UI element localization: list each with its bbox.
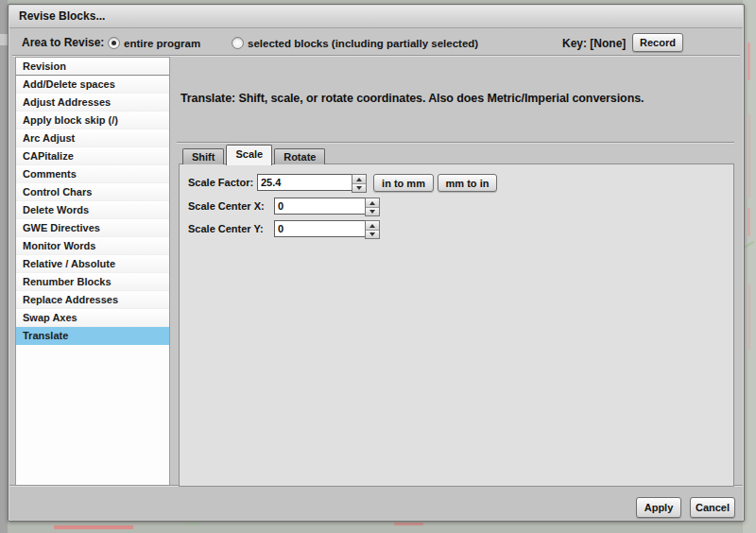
background-artifact bbox=[394, 523, 423, 525]
scale-center-y-input[interactable] bbox=[274, 220, 366, 237]
scale-factor-spinner-up[interactable] bbox=[352, 175, 366, 184]
in-to-mm-button[interactable]: in to mm bbox=[373, 174, 434, 192]
revision-list: Revision Add/Delete spaces Adjust Addres… bbox=[15, 57, 170, 486]
scale-factor-spinner bbox=[352, 174, 367, 193]
sidebar-item-add-delete-spaces[interactable]: Add/Delete spaces bbox=[16, 76, 169, 94]
translate-tabs: Shift Scale Rotate bbox=[182, 143, 327, 164]
background-artifact bbox=[748, 113, 750, 198]
background-artifact bbox=[187, 523, 200, 524]
radio-entire-program-label: entire program bbox=[124, 38, 200, 49]
apply-button[interactable]: Apply bbox=[636, 497, 681, 518]
area-to-revise-bar: Area to Revise: entire program selected … bbox=[9, 28, 743, 55]
sidebar-item-replace-addresses[interactable]: Replace Addresses bbox=[16, 291, 169, 309]
scale-center-y-spinner-down[interactable] bbox=[366, 231, 379, 239]
tab-scale[interactable]: Scale bbox=[226, 145, 272, 165]
sidebar-item-swap-axes[interactable]: Swap Axes bbox=[16, 309, 169, 327]
scale-center-y-spinner bbox=[365, 220, 380, 239]
scale-tab-panel: Scale Factor: in to mm mm to in Scale Ce… bbox=[179, 163, 734, 487]
scale-center-x-spinner-down[interactable] bbox=[366, 208, 379, 216]
area-to-revise-label: Area to Revise: bbox=[22, 36, 104, 49]
dialog-footer: Apply Cancel bbox=[9, 485, 743, 521]
radio-entire-program[interactable] bbox=[108, 37, 120, 49]
down-arrow-icon bbox=[356, 186, 362, 190]
scale-center-y-label: Scale Center Y: bbox=[188, 223, 264, 234]
scale-center-x-input[interactable] bbox=[274, 198, 366, 215]
background-artifact bbox=[747, 43, 750, 80]
background-artifact bbox=[748, 284, 750, 350]
revise-blocks-dialog: Revise Blocks... Area to Revise: entire … bbox=[8, 4, 745, 522]
scale-center-x-spinner bbox=[365, 198, 380, 216]
sidebar-header-revision: Revision bbox=[16, 58, 169, 76]
scale-center-y-spinner-up[interactable] bbox=[366, 221, 379, 231]
background-artifact bbox=[0, 34, 8, 45]
up-arrow-icon bbox=[356, 178, 362, 181]
sidebar-item-capitalize[interactable]: CAPitalize bbox=[16, 147, 169, 165]
sidebar-item-renumber-blocks[interactable]: Renumber Blocks bbox=[16, 273, 169, 291]
up-arrow-icon bbox=[369, 224, 375, 228]
sidebar-item-arc-adjust[interactable]: Arc Adjust bbox=[16, 129, 169, 147]
scale-center-x-label: Scale Center X: bbox=[188, 200, 265, 212]
sidebar-item-comments[interactable]: Comments bbox=[16, 165, 169, 183]
tab-rotate[interactable]: Rotate bbox=[274, 148, 325, 164]
window-title: Revise Blocks... bbox=[19, 9, 105, 23]
translate-description: Translate: Shift, scale, or rotate coord… bbox=[180, 92, 734, 105]
background-artifact bbox=[54, 525, 133, 529]
radio-dot bbox=[112, 41, 116, 45]
sidebar-item-monitor-words[interactable]: Monitor Words bbox=[16, 237, 169, 255]
sidebar-item-control-chars[interactable]: Control Chars bbox=[16, 183, 169, 201]
down-arrow-icon bbox=[369, 210, 375, 214]
sidebar-item-adjust-addresses[interactable]: Adjust Addresses bbox=[16, 94, 169, 112]
radio-selected-blocks-label: selected blocks (including partially sel… bbox=[248, 38, 478, 49]
sidebar-item-gwe-directives[interactable]: GWE Directives bbox=[16, 219, 169, 237]
sidebar-item-relative-absolute[interactable]: Relative / Absolute bbox=[16, 255, 169, 273]
record-button[interactable]: Record bbox=[632, 33, 683, 52]
sidebar-item-translate[interactable]: Translate bbox=[16, 327, 169, 345]
tab-shift[interactable]: Shift bbox=[182, 148, 224, 164]
background-left-strip bbox=[0, 0, 8, 533]
scale-center-x-spinner-up[interactable] bbox=[366, 198, 379, 208]
mm-to-in-button[interactable]: mm to in bbox=[438, 174, 497, 192]
scale-factor-input[interactable] bbox=[257, 174, 355, 191]
sidebar-item-apply-block-skip[interactable]: Apply block skip (/) bbox=[16, 112, 169, 129]
radio-selected-blocks[interactable] bbox=[232, 37, 244, 49]
window-titlebar[interactable]: Revise Blocks... bbox=[9, 6, 743, 28]
cancel-button[interactable]: Cancel bbox=[690, 497, 735, 518]
up-arrow-icon bbox=[369, 201, 375, 205]
scale-factor-spinner-down[interactable] bbox=[352, 184, 366, 193]
down-arrow-icon bbox=[369, 232, 375, 236]
key-label: Key: [None] bbox=[562, 37, 626, 50]
sidebar-item-delete-words[interactable]: Delete Words bbox=[16, 201, 169, 219]
background-artifact bbox=[747, 208, 750, 236]
scale-factor-label: Scale Factor: bbox=[188, 177, 253, 188]
